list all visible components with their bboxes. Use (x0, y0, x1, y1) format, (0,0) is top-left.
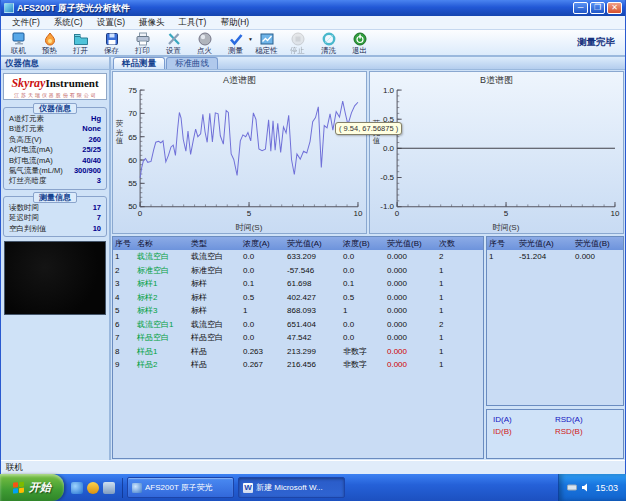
measure-button[interactable]: ▼ 测量 (220, 31, 251, 56)
connect-button[interactable]: 联机 (3, 31, 34, 56)
table-cell (465, 345, 483, 359)
chart-a-plot[interactable]: 5055606570750510时间(S) (113, 85, 366, 233)
table-cell: 1 (241, 304, 285, 318)
open-button[interactable]: 打开 (65, 31, 96, 56)
taskbar: 开始 AFS200T 原子荧光 W 新建 Microsoft W... 15:0… (0, 474, 626, 501)
table-cell: 标样 (189, 277, 241, 291)
info-row: A灯电流(mA)25/25 (7, 145, 103, 155)
print-button[interactable]: 打印 (127, 31, 158, 56)
table-row[interactable]: 1-51.2040.000 (487, 250, 623, 264)
table-cell: 2 (113, 264, 135, 278)
chart-tooltip: ( 9.54, 67.56875 ) (335, 122, 402, 135)
table-cell (465, 291, 483, 305)
minimize-button[interactable]: ─ (573, 2, 588, 14)
table-cell: 0.0 (341, 264, 385, 278)
table-cell: 标准空白 (189, 264, 241, 278)
clean-ring-icon (321, 32, 337, 46)
menu-system[interactable]: 系统(C) (47, 17, 90, 29)
table-header-row: 序号 名称 类型 浓度(A) 荧光值(A) 浓度(B) 荧光值(B) 次数 (113, 237, 483, 250)
tab-standard-curve[interactable]: 标准曲线 (166, 57, 218, 69)
table-row[interactable]: 2标准空白标准空白0.0-57.5460.00.0001 (113, 264, 483, 278)
table-cell: 1 (437, 304, 465, 318)
table-cell: 1 (113, 250, 135, 264)
ie-icon[interactable] (71, 482, 83, 494)
volume-icon[interactable] (581, 483, 591, 492)
info-row: A道灯元素Hg (7, 114, 103, 124)
close-button[interactable]: ✕ (607, 2, 622, 14)
preheat-button[interactable]: 预热 (34, 31, 65, 56)
table-row[interactable]: 3标样1标样0.161.6980.10.0001 (113, 277, 483, 291)
app-window: AFS200T 原子荧光分析软件 ─ ❐ ✕ 文件(F) 系统(C) 设置(S)… (0, 0, 626, 474)
menu-settings[interactable]: 设置(S) (90, 17, 132, 29)
menu-camera[interactable]: 摄像头 (132, 17, 172, 29)
table-cell (465, 250, 483, 264)
table-cell: 0.0 (341, 331, 385, 345)
stability-button[interactable]: 稳定性 (251, 31, 282, 56)
task-afs200t[interactable]: AFS200T 原子荧光 (127, 477, 234, 498)
computer-icon (11, 32, 27, 46)
instrument-info-panel: 仪器信息 SkyrayInstrument 江 苏 天 瑞 仪 器 股 份 有 … (1, 57, 111, 460)
table-cell: 0.0 (241, 264, 285, 278)
table-cell: 标样2 (135, 291, 189, 305)
table-cell: 1 (437, 345, 465, 359)
svg-text:5: 5 (504, 209, 509, 218)
table-row[interactable]: 6载流空白1载流空白0.0651.4040.00.0002 (113, 318, 483, 332)
table-cell: 载流空白 (189, 318, 241, 332)
stat-rsd-a: RSD(A) (555, 415, 617, 424)
save-button[interactable]: 保存 (96, 31, 127, 56)
stat-id-a: ID(A) (493, 415, 555, 424)
table-cell: 0.0 (241, 331, 285, 345)
svg-text:时间(S): 时间(S) (236, 223, 263, 232)
menubar: 文件(F) 系统(C) 设置(S) 摄像头 工具(T) 帮助(H) (1, 16, 625, 30)
table-cell: 5 (113, 304, 135, 318)
menu-help[interactable]: 帮助(H) (213, 17, 256, 29)
show-desktop-icon[interactable] (103, 482, 115, 494)
table-row[interactable]: 7样品空白样品空白0.047.5420.00.0001 (113, 331, 483, 345)
messenger-icon[interactable] (87, 482, 99, 494)
start-button[interactable]: 开始 (0, 474, 64, 501)
settings-button[interactable]: 设置 (158, 31, 189, 56)
ignite-button[interactable]: 点火 (189, 31, 220, 56)
sample-table-body: 1载流空白载流空白0.0633.2090.00.00022标准空白标准空白0.0… (113, 250, 483, 372)
clean-button[interactable]: 清洗 (313, 31, 344, 56)
svg-text:0.0: 0.0 (383, 144, 395, 153)
table-cell: 0.000 (573, 250, 623, 264)
maximize-button[interactable]: ❐ (590, 2, 605, 14)
exit-button[interactable]: 退出 (344, 31, 375, 56)
power-exit-icon (352, 32, 368, 46)
table-row[interactable]: 5标样3标样1868.09310.0001 (113, 304, 483, 318)
table-cell: 1 (437, 358, 465, 372)
table-row[interactable]: 4标样2标样0.5402.4270.50.0001 (113, 291, 483, 305)
clock: 15:03 (595, 483, 618, 493)
tab-sample-measure[interactable]: 样品测量 (113, 57, 165, 69)
table-cell: 2 (437, 318, 465, 332)
stop-button: 停止 (282, 31, 313, 56)
table-cell: 0.267 (241, 358, 285, 372)
sample-table-panel: 序号 名称 类型 浓度(A) 荧光值(A) 浓度(B) 荧光值(B) 次数 (112, 236, 484, 459)
chart-b-plot[interactable]: -1.0-0.50.00.51.00510时间(S) (370, 85, 623, 233)
stats-panel: ID(A) RSD(A) ID(B) RSD(B) (486, 409, 624, 459)
toolbar: 联机 预热 打开 保存 打印 设置 点火 ▼ 测量 (1, 30, 625, 57)
instrument-group-title: 仪器信息 (33, 103, 77, 114)
app-task-icon (132, 483, 142, 493)
svg-text:65: 65 (128, 133, 137, 142)
quick-launch (64, 478, 123, 498)
menu-tools[interactable]: 工具(T) (172, 17, 214, 29)
chart-a-ylabel: 荧光值 (115, 120, 124, 146)
table-cell: 1 (437, 291, 465, 305)
tables-row: 序号 名称 类型 浓度(A) 荧光值(A) 浓度(B) 荧光值(B) 次数 (111, 235, 625, 460)
table-cell: 0.000 (385, 358, 437, 372)
chart-a-panel: A道谱图 荧光值 5055606570750510时间(S) (112, 71, 367, 234)
device-icon[interactable] (567, 483, 577, 492)
table-cell: 1 (437, 331, 465, 345)
table-row[interactable]: 8样品1样品0.263213.299非数字0.0001 (113, 345, 483, 359)
stat-id-b: ID(B) (493, 427, 555, 436)
measure-status-text: 测量完毕 (577, 36, 623, 49)
table-row[interactable]: 9样品2样品0.267216.456非数字0.0001 (113, 358, 483, 372)
task-word-document[interactable]: W 新建 Microsoft W... (238, 477, 345, 498)
menu-file[interactable]: 文件(F) (5, 17, 47, 29)
svg-text:55: 55 (128, 179, 137, 188)
table-cell: 0.0 (341, 250, 385, 264)
table-cell: 0.1 (241, 277, 285, 291)
table-row[interactable]: 1载流空白载流空白0.0633.2090.00.0002 (113, 250, 483, 264)
